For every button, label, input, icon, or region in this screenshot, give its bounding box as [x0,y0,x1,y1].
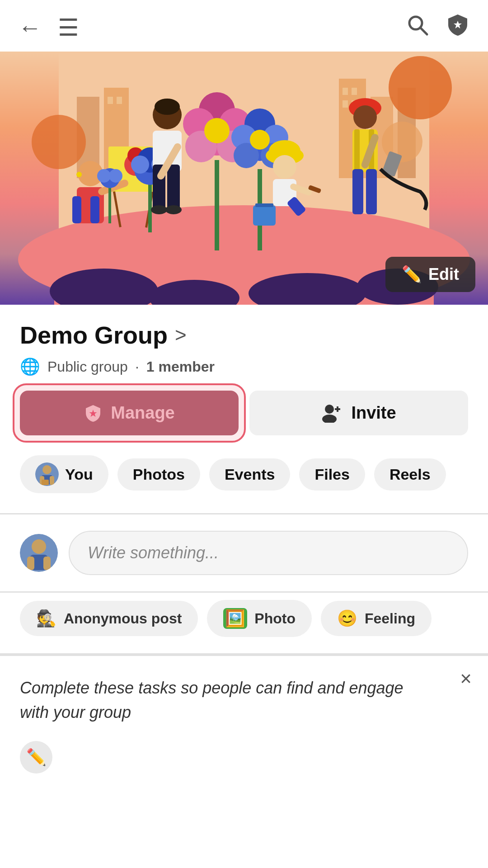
banner-task-row: ✏️ [20,741,468,774]
svg-rect-48 [167,165,180,210]
svg-rect-76 [253,205,276,226]
feeling-icon: 😊 [337,609,357,628]
back-icon[interactable]: ← [18,14,42,41]
svg-point-34 [76,172,82,177]
manage-button[interactable]: Manage [20,391,239,435]
close-banner-button[interactable]: × [460,669,472,689]
svg-point-89 [322,415,337,423]
edit-button[interactable]: ✏️ Edit [385,257,475,292]
manage-shield-icon [84,404,103,423]
globe-icon: 🌐 [20,357,40,376]
svg-rect-102 [43,557,51,570]
svg-point-50 [165,205,182,214]
svg-rect-31 [72,196,81,223]
filter-tabs: You Photos Events Files Reels [20,452,468,502]
group-info: Demo Group > 🌐 Public group · 1 member M… [0,305,488,513]
task-icon: ✏️ [20,741,52,774]
svg-rect-35 [148,178,152,232]
svg-rect-81 [354,129,360,172]
post-composer: Write something... [0,514,488,591]
svg-rect-101 [27,557,34,570]
svg-point-59 [204,118,230,143]
feeling-button[interactable]: 😊 Feeling [321,601,432,636]
svg-point-45 [155,99,180,115]
group-separator: · [135,359,139,375]
svg-point-49 [151,205,167,214]
top-nav: ← ☰ [0,0,488,52]
tab-reels[interactable]: Reels [374,458,446,491]
menu-icon[interactable]: ☰ [58,14,79,41]
tab-you[interactable]: You [20,455,108,493]
group-visibility: Public group [47,359,128,375]
svg-point-93 [42,465,52,474]
group-title-chevron: > [175,324,187,346]
group-title[interactable]: Demo Group > [20,321,468,349]
svg-point-43 [109,169,122,183]
edit-pencil-icon: ✏️ [402,265,422,284]
svg-rect-13 [108,97,113,104]
svg-point-70 [273,155,296,179]
bottom-banner: × Complete these tasks so people can fin… [0,655,488,793]
action-buttons: Manage Invite [20,391,468,435]
shield-icon[interactable] [446,13,470,42]
svg-rect-52 [215,160,219,250]
svg-point-88 [325,405,334,414]
group-member-count: 1 member [146,359,215,375]
photo-icon: 🖼️ [223,608,247,629]
svg-point-16 [32,115,86,169]
anonymous-post-button[interactable]: 🕵️ Anonymous post [20,601,198,636]
svg-rect-32 [90,196,99,223]
group-meta: 🌐 Public group · 1 member [20,357,468,376]
tab-you-avatar [35,462,59,486]
photo-button[interactable]: 🖼️ Photo [207,600,312,637]
svg-rect-7 [343,88,348,95]
hero-image: ✏️ Edit [0,52,488,305]
banner-text: Complete these tasks so people can find … [20,676,408,725]
nav-left: ← ☰ [18,14,79,41]
svg-rect-83 [352,169,363,214]
search-icon[interactable] [406,13,429,42]
svg-rect-96 [50,476,54,485]
tab-files[interactable]: Files [299,458,365,491]
composer-avatar [20,534,58,572]
svg-line-1 [420,28,427,34]
svg-rect-9 [343,100,348,108]
invite-button[interactable]: Invite [249,391,468,435]
post-actions: 🕵️ Anonymous post 🖼️ Photo 😊 Feeling [0,593,488,653]
svg-point-42 [97,169,111,183]
tab-events[interactable]: Events [209,458,291,491]
svg-rect-97 [42,480,49,485]
svg-rect-40 [108,187,111,223]
tab-photos[interactable]: Photos [117,458,200,491]
svg-rect-14 [117,97,122,104]
nav-right [406,13,470,42]
svg-point-15 [389,56,452,119]
svg-point-99 [32,539,46,554]
svg-rect-8 [352,88,357,95]
svg-point-79 [353,105,377,129]
svg-rect-77 [255,203,273,207]
svg-point-67 [250,130,270,150]
anonymous-icon: 🕵️ [36,609,56,628]
svg-point-38 [131,156,149,174]
svg-rect-84 [366,169,377,214]
write-something-input[interactable]: Write something... [69,531,468,575]
manage-btn-wrapper: Manage [20,391,239,435]
invite-person-icon [321,404,343,423]
